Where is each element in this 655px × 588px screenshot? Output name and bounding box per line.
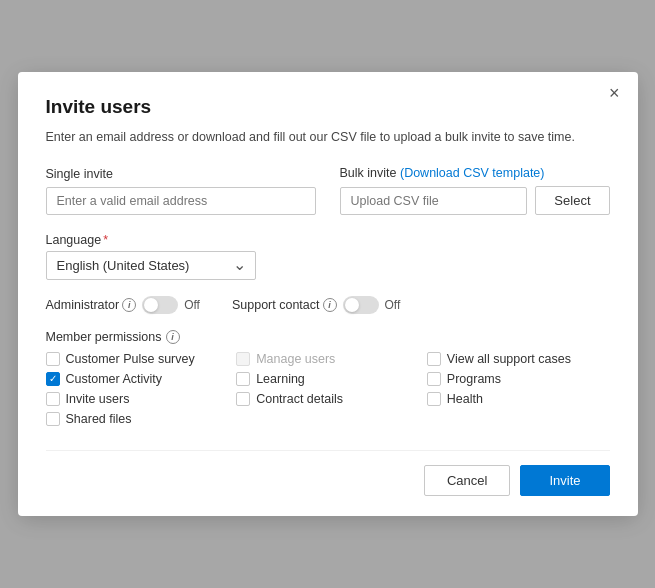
permission-item-manage-users: Manage users	[236, 352, 419, 366]
administrator-toggle[interactable]	[142, 296, 178, 314]
single-invite-label: Single invite	[46, 167, 316, 181]
support-contact-info-icon[interactable]: i	[323, 298, 337, 312]
email-input[interactable]	[46, 187, 316, 215]
select-button[interactable]: Select	[535, 186, 609, 215]
permission-item-invite-users: Invite users	[46, 392, 229, 406]
permission-item-customer-pulse: Customer Pulse survey	[46, 352, 229, 366]
support-contact-toggle-group: Support contact i Off	[232, 296, 400, 314]
permission-item-contract-details: Contract details	[236, 392, 419, 406]
language-select[interactable]: English (United States) French (France) …	[46, 251, 256, 280]
required-indicator: *	[103, 233, 108, 247]
administrator-label-text: Administrator	[46, 298, 120, 312]
permission-label-customer-pulse: Customer Pulse survey	[66, 352, 195, 366]
invite-users-modal: × Invite users Enter an email address or…	[18, 72, 638, 517]
permissions-grid: Customer Pulse surveyManage usersView al…	[46, 352, 610, 426]
language-label-text: Language	[46, 233, 102, 247]
download-csv-link[interactable]: (Download CSV template)	[400, 166, 545, 180]
language-label: Language*	[46, 233, 610, 247]
permissions-label-text: Member permissions	[46, 330, 162, 344]
checkbox-programs[interactable]	[427, 372, 441, 386]
modal-title: Invite users	[46, 96, 610, 118]
modal-footer: Cancel Invite	[46, 450, 610, 496]
administrator-info-icon[interactable]: i	[122, 298, 136, 312]
language-section: Language* English (United States) French…	[46, 233, 610, 280]
single-invite-section: Single invite	[46, 167, 316, 215]
checkbox-customer-activity[interactable]	[46, 372, 60, 386]
checkbox-health[interactable]	[427, 392, 441, 406]
bulk-invite-controls: Select	[340, 186, 610, 215]
support-contact-label: Support contact i	[232, 298, 337, 312]
checkbox-invite-users[interactable]	[46, 392, 60, 406]
permission-label-learning: Learning	[256, 372, 305, 386]
permission-label-contract-details: Contract details	[256, 392, 343, 406]
permission-label-programs: Programs	[447, 372, 501, 386]
permission-item-programs: Programs	[427, 372, 610, 386]
checkbox-customer-pulse[interactable]	[46, 352, 60, 366]
bulk-invite-section: Bulk invite (Download CSV template) Sele…	[340, 166, 610, 215]
checkbox-learning[interactable]	[236, 372, 250, 386]
permission-item-view-all-support: View all support cases	[427, 352, 610, 366]
close-button[interactable]: ×	[605, 82, 624, 104]
administrator-toggle-group: Administrator i Off	[46, 296, 200, 314]
checkbox-view-all-support[interactable]	[427, 352, 441, 366]
support-contact-label-text: Support contact	[232, 298, 320, 312]
bulk-invite-label: Bulk invite (Download CSV template)	[340, 166, 610, 180]
language-select-wrap: English (United States) French (France) …	[46, 251, 256, 280]
permission-item-learning: Learning	[236, 372, 419, 386]
csv-upload-input[interactable]	[340, 187, 528, 215]
bulk-invite-label-text: Bulk invite	[340, 166, 397, 180]
permission-item-customer-activity: Customer Activity	[46, 372, 229, 386]
administrator-state: Off	[184, 298, 200, 312]
permission-item-health: Health	[427, 392, 610, 406]
permission-label-view-all-support: View all support cases	[447, 352, 571, 366]
permissions-title: Member permissions i	[46, 330, 610, 344]
invite-button[interactable]: Invite	[520, 465, 609, 496]
invite-row: Single invite Bulk invite (Download CSV …	[46, 166, 610, 215]
checkbox-contract-details[interactable]	[236, 392, 250, 406]
permission-label-shared-files: Shared files	[66, 412, 132, 426]
checkbox-manage-users	[236, 352, 250, 366]
permission-label-health: Health	[447, 392, 483, 406]
permissions-info-icon[interactable]: i	[166, 330, 180, 344]
permission-label-manage-users: Manage users	[256, 352, 335, 366]
modal-description: Enter an email address or download and f…	[46, 128, 610, 147]
permission-label-invite-users: Invite users	[66, 392, 130, 406]
administrator-label: Administrator i	[46, 298, 137, 312]
modal-overlay: × Invite users Enter an email address or…	[0, 0, 655, 588]
support-contact-state: Off	[385, 298, 401, 312]
cancel-button[interactable]: Cancel	[424, 465, 510, 496]
permissions-section: Member permissions i Customer Pulse surv…	[46, 330, 610, 426]
permission-label-customer-activity: Customer Activity	[66, 372, 163, 386]
toggles-row: Administrator i Off Support contact i Of…	[46, 296, 610, 314]
checkbox-shared-files[interactable]	[46, 412, 60, 426]
support-contact-toggle[interactable]	[343, 296, 379, 314]
permission-item-shared-files: Shared files	[46, 412, 229, 426]
